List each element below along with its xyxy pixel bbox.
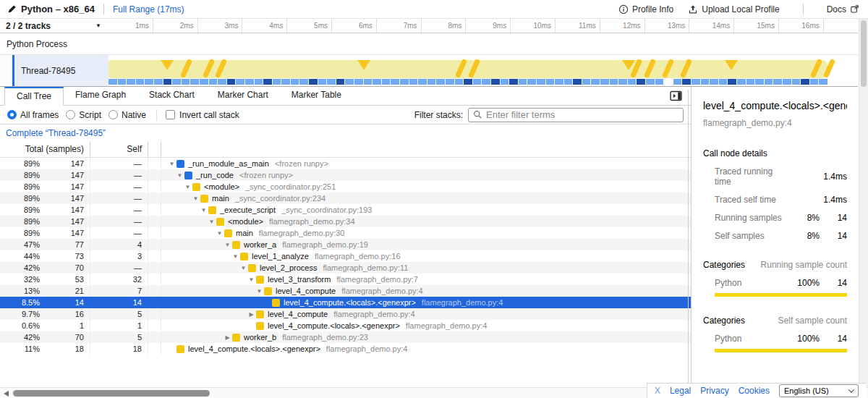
expanded-arrow-icon[interactable]: ▼ [223, 242, 232, 248]
expanded-arrow-icon[interactable]: ▼ [191, 195, 200, 202]
breadcrumb-root-link[interactable]: Complete “Thread-78495” [6, 128, 106, 138]
expanded-arrow-icon[interactable]: ▼ [207, 219, 216, 225]
language-select[interactable]: English (US) [779, 384, 859, 397]
tree-node[interactable]: ▼_run_code<frozen runpy> [161, 169, 691, 181]
tree-row[interactable]: 89%147—▼_execute_script_sync_coordinator… [0, 204, 691, 216]
tree-node[interactable]: ▼level_4_computeflamegraph_demo.py:4 [161, 285, 691, 297]
collapsed-arrow-icon[interactable]: ▶ [247, 311, 256, 318]
column-header-self[interactable]: Self [90, 142, 148, 157]
tree-row[interactable]: 8.5%1414level_4_compute.<locals>.<genexp… [0, 297, 691, 308]
tree-row[interactable]: 0.6%11level_4_compute.<locals>.<genexpr>… [0, 320, 691, 331]
jank-marker-icon[interactable] [680, 59, 692, 79]
sidebar-toggle-button[interactable] [670, 90, 682, 101]
vertical-scrollbar-thumb[interactable] [861, 20, 867, 87]
expanded-arrow-icon[interactable]: ▼ [183, 184, 192, 190]
tree-node[interactable]: ▼mainflamegraph_demo.py:30 [161, 227, 691, 239]
tree-row[interactable]: 13%217▼level_4_computeflamegraph_demo.py… [0, 285, 691, 297]
tree-node[interactable]: level_4_compute.<locals>.<genexpr>flameg… [161, 343, 691, 355]
jank-marker-icon[interactable] [203, 59, 215, 79]
tree-node[interactable]: ▶level_4_computeflamegraph_demo.py:4 [161, 308, 691, 320]
radio-button[interactable] [66, 110, 75, 119]
tree-row[interactable]: 47%774▼worker_aflamegraph_demo.py:19 [0, 239, 691, 250]
tree-node[interactable]: ▼<module>flamegraph_demo.py:34 [161, 216, 691, 227]
full-range-link[interactable]: Full Range (17ms) [113, 4, 184, 14]
profile-title[interactable]: Python – x86_64 [21, 4, 95, 14]
tree-node[interactable]: ▼_execute_script_sync_coordinator.py:193 [161, 204, 691, 216]
tree-row[interactable]: 89%147—▼<module>flamegraph_demo.py:34 [0, 216, 691, 227]
upload-profile-button[interactable]: Upload Local Profile [688, 4, 779, 14]
process-track-header[interactable]: Python Process [0, 33, 858, 55]
interval-marker-icon[interactable] [357, 60, 370, 70]
expanded-arrow-icon[interactable]: ▼ [199, 207, 208, 213]
jank-marker-icon[interactable] [180, 59, 192, 79]
checkbox-box[interactable] [166, 110, 175, 119]
tree-row[interactable]: 89%147—▼_run_module_as_main<frozen runpy… [0, 158, 691, 169]
expanded-arrow-icon[interactable]: ▼ [215, 230, 224, 237]
marker-band[interactable] [109, 60, 827, 78]
jank-marker-icon[interactable] [468, 59, 480, 79]
interval-marker-icon[interactable] [161, 60, 174, 70]
jank-marker-icon[interactable] [662, 59, 674, 79]
interval-marker-icon[interactable] [725, 60, 738, 70]
radio-button[interactable] [7, 110, 17, 119]
expanded-arrow-icon[interactable]: ▼ [175, 172, 184, 179]
tree-row[interactable]: 9.7%165▶level_4_computeflamegraph_demo.p… [0, 308, 691, 320]
jank-marker-icon[interactable] [810, 59, 822, 79]
tree-row[interactable]: 89%147—▼main_sync_coordinator.py:234 [0, 192, 691, 204]
expanded-arrow-icon[interactable]: ▼ [255, 288, 264, 295]
vertical-scrollbar[interactable] [859, 19, 868, 387]
radio-native[interactable]: Native [109, 110, 146, 120]
expanded-arrow-icon[interactable]: ▼ [239, 265, 248, 271]
tree-node[interactable]: ▼_run_module_as_main<frozen runpy> [161, 158, 691, 169]
profile-info-button[interactable]: Profile Info [618, 4, 673, 14]
tree-row[interactable]: 89%147—▼_run_code<frozen runpy> [0, 169, 691, 181]
radio-all-frames[interactable]: All frames [7, 110, 59, 120]
docs-link[interactable]: Docs [827, 4, 859, 14]
thread-track-graph[interactable] [109, 55, 858, 86]
expanded-arrow-icon[interactable]: ▼ [167, 161, 176, 167]
tree-node[interactable]: level_4_compute.<locals>.<genexpr>flameg… [161, 320, 691, 331]
pencil-icon[interactable] [7, 4, 17, 14]
jank-marker-icon[interactable] [823, 59, 835, 79]
tab-flame-graph[interactable]: Flame Graph [64, 87, 137, 106]
thread-track-label[interactable]: Thread-78495 [12, 55, 109, 86]
tree-row[interactable]: 11%1818level_4_compute.<locals>.<genexpr… [0, 343, 691, 355]
tree-node[interactable]: ▼worker_aflamegraph_demo.py:19 [161, 239, 691, 250]
footer-link-cookies[interactable]: Cookies [739, 386, 770, 396]
tree-node[interactable]: ▼level_3_transformflamegraph_demo.py:7 [161, 274, 691, 285]
column-header-total[interactable]: Total (samples) [0, 142, 90, 157]
footer-link-privacy[interactable]: Privacy [700, 386, 728, 396]
tree-node[interactable]: ▼level_2_processflamegraph_demo.py:11 [161, 262, 691, 274]
tracks-count-dropdown[interactable]: 2 / 2 tracks ▼ [0, 19, 109, 33]
tree-node[interactable]: ▼level_1_analyzeflamegraph_demo.py:16 [161, 250, 691, 262]
tree-row[interactable]: 42%70—▼level_2_processflamegraph_demo.py… [0, 262, 691, 274]
footer-link-legal[interactable]: Legal [670, 386, 691, 396]
jank-marker-icon[interactable] [644, 59, 656, 79]
scroll-left-arrow-icon[interactable] [4, 391, 9, 397]
expanded-arrow-icon[interactable]: ▼ [247, 276, 256, 283]
tab-marker-chart[interactable]: Marker Chart [206, 87, 280, 106]
filter-input[interactable] [486, 109, 678, 120]
tree-row[interactable]: 89%147—▼<module>_sync_coordinator.py:251 [0, 181, 691, 192]
tab-call-tree[interactable]: Call Tree [4, 87, 64, 106]
tree-node[interactable]: ▼main_sync_coordinator.py:234 [161, 192, 691, 204]
tree-row[interactable]: 32%5332▼level_3_transformflamegraph_demo… [0, 274, 691, 285]
thread-track[interactable]: Thread-78495 [0, 55, 858, 86]
expanded-arrow-icon[interactable]: ▼ [231, 253, 240, 260]
footer-close-button[interactable]: X [655, 386, 660, 396]
radio-button[interactable] [109, 110, 118, 119]
filter-input-box[interactable] [468, 108, 684, 122]
tree-node[interactable]: ▶worker_bflamegraph_demo.py:23 [161, 331, 691, 343]
radio-script[interactable]: Script [66, 110, 101, 120]
jank-marker-icon[interactable] [455, 59, 467, 79]
tree-row[interactable]: 44%733▼level_1_analyzeflamegraph_demo.py… [0, 250, 691, 262]
tab-stack-chart[interactable]: Stack Chart [137, 87, 206, 106]
activity-strip[interactable] [109, 79, 830, 85]
invert-call-stack-checkbox[interactable]: Invert call stack [166, 110, 239, 120]
tree-row[interactable]: 42%705▶worker_bflamegraph_demo.py:23 [0, 331, 691, 343]
tree-node[interactable]: level_4_compute.<locals>.<genexpr>flameg… [161, 297, 691, 308]
tab-marker-table[interactable]: Marker Table [280, 87, 353, 106]
horizontal-scrollbar-thumb[interactable] [13, 390, 210, 397]
tree-node[interactable]: ▼<module>_sync_coordinator.py:251 [161, 181, 691, 192]
jank-marker-icon[interactable] [215, 59, 227, 79]
